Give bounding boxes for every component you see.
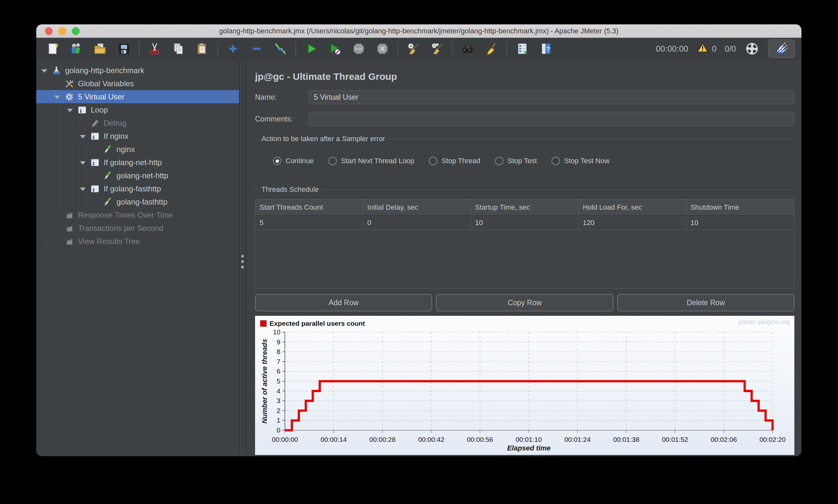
- svg-text:00:00:14: 00:00:14: [320, 436, 347, 443]
- start-icon[interactable]: [301, 40, 321, 57]
- radio-start-next-thread-loop[interactable]: Start Next Thread Loop: [329, 157, 414, 165]
- search-reset-icon[interactable]: [481, 40, 502, 57]
- tree-item-label: Response Times Over Time: [78, 211, 173, 220]
- sampler-icon: [103, 145, 112, 154]
- tree-item-nginx[interactable]: nginx: [36, 143, 239, 156]
- log-errors-indicator[interactable]: 0: [697, 42, 716, 56]
- jmeter-logo-button[interactable]: [768, 39, 795, 58]
- tree-item-transactions-per-second[interactable]: Transactions per Second: [36, 221, 239, 235]
- radio-label: Stop Test Now: [564, 157, 609, 165]
- tree-item-golang-http-benchmark[interactable]: golang-http-benchmark: [36, 64, 239, 77]
- threads-preview-chart: Expected parallel users count jmeter-plu…: [255, 316, 795, 455]
- tree-item-if-golang-fasthttp[interactable]: If golang-fasthttp: [36, 182, 239, 195]
- radio-unselected-icon: [329, 157, 337, 165]
- save-icon[interactable]: [114, 40, 134, 57]
- paste-icon[interactable]: [192, 40, 212, 57]
- radio-stop-test[interactable]: Stop Test: [495, 157, 537, 165]
- tree-item-label: Global Variables: [78, 79, 134, 88]
- sampler-icon: [103, 171, 112, 180]
- warning-count: 0: [712, 44, 716, 54]
- templates-icon[interactable]: [66, 40, 87, 57]
- controller-icon: [90, 184, 100, 193]
- tree-item-label: If golang-net-http: [104, 158, 162, 167]
- expander-arrow-icon[interactable]: [78, 186, 87, 191]
- column-header-shutdown-time[interactable]: Shutdown Time: [686, 199, 794, 215]
- open-file-icon[interactable]: [90, 40, 110, 57]
- comments-input[interactable]: [309, 112, 795, 126]
- svg-text:2: 2: [277, 407, 280, 414]
- column-header-initial-delay-sec[interactable]: Initial Delay, sec: [363, 199, 471, 215]
- expander-arrow-icon[interactable]: [66, 108, 74, 112]
- search-icon[interactable]: [457, 40, 478, 57]
- toggle-icon[interactable]: [270, 40, 291, 57]
- tree-item-golang-fasthttp[interactable]: golang-fasthttp: [36, 195, 239, 209]
- cut-icon[interactable]: [144, 40, 165, 57]
- svg-text:?: ?: [546, 45, 550, 53]
- expander-arrow-icon[interactable]: [78, 160, 87, 165]
- start-no-timers-icon[interactable]: [325, 40, 345, 57]
- help-icon[interactable]: ?: [536, 40, 556, 57]
- delete-row-button[interactable]: Delete Row: [617, 294, 795, 311]
- radio-unselected-icon: [552, 157, 560, 165]
- radio-label: Stop Test: [508, 157, 537, 165]
- copy-icon[interactable]: [168, 40, 189, 57]
- tree-item-response-times-over-time[interactable]: Response Times Over Time: [36, 209, 239, 221]
- thread-gear-icon: [65, 92, 74, 101]
- splitter-handle[interactable]: [239, 60, 246, 456]
- legend-swatch: [260, 320, 267, 327]
- radio-stop-thread[interactable]: Stop Thread: [429, 157, 480, 165]
- tree-item-if-nginx[interactable]: If nginx: [36, 129, 239, 143]
- svg-text:00:00:00: 00:00:00: [272, 436, 298, 443]
- name-label: Name:: [255, 93, 309, 102]
- svg-text:00:00:28: 00:00:28: [369, 436, 396, 443]
- zoom-button[interactable]: [72, 27, 80, 35]
- add-icon[interactable]: [223, 40, 243, 57]
- stop-icon[interactable]: STOP: [348, 40, 369, 57]
- shutdown-icon[interactable]: [372, 40, 393, 57]
- new-file-icon[interactable]: [42, 40, 63, 57]
- tree-item-label: View Results Tree: [78, 237, 140, 246]
- test-plan-tree: golang-http-benchmarkGlobal Variables5 V…: [36, 60, 239, 456]
- name-input[interactable]: [309, 90, 795, 104]
- minimize-button[interactable]: [58, 27, 66, 35]
- column-header-hold-load-for-sec[interactable]: Hold Load For, sec: [578, 199, 686, 215]
- radio-stop-test-now[interactable]: Stop Test Now: [552, 157, 609, 165]
- cell-hold-load-for-sec[interactable]: 120: [578, 215, 686, 230]
- cell-startup-time-sec[interactable]: 10: [471, 215, 579, 230]
- tree-item-if-golang-net-http[interactable]: If golang-net-http: [36, 156, 239, 169]
- remove-icon[interactable]: [246, 40, 267, 57]
- tree-item-view-results-tree[interactable]: View Results Tree: [36, 235, 239, 248]
- radio-label: Stop Thread: [441, 157, 480, 165]
- cell-start-threads-count[interactable]: 5: [256, 215, 363, 230]
- copy-row-button[interactable]: Copy Row: [436, 294, 613, 311]
- svg-text:7: 7: [277, 358, 280, 365]
- tree-item-loop[interactable]: Loop: [36, 103, 239, 116]
- chart-watermark: jmeter-plugins.org: [738, 318, 790, 326]
- column-header-startup-time-sec[interactable]: Startup Time, sec: [471, 199, 579, 215]
- tree-item-golang-net-http[interactable]: golang-net-http: [36, 169, 239, 182]
- radio-unselected-icon: [429, 157, 437, 165]
- function-helper-icon[interactable]: [512, 40, 533, 57]
- toolbar-status-cluster: 00:00:00 0 0/0: [656, 39, 796, 58]
- clear-all-icon[interactable]: [427, 40, 447, 57]
- threads-schedule-fieldset-title: Threads Schedule: [255, 185, 795, 194]
- tree-item-debug[interactable]: Debug: [36, 116, 239, 129]
- tree-item-5-virtual-user[interactable]: 5 Virtual User: [36, 90, 239, 103]
- cell-shutdown-time[interactable]: 10: [686, 215, 794, 230]
- cell-initial-delay-sec[interactable]: 0: [363, 215, 471, 230]
- close-button[interactable]: [45, 27, 53, 35]
- clear-icon[interactable]: [403, 40, 423, 57]
- expander-arrow-icon[interactable]: [40, 68, 49, 73]
- column-header-start-threads-count[interactable]: Start Threads Count: [256, 199, 363, 215]
- radio-continue[interactable]: Continue: [273, 157, 314, 165]
- expander-arrow-icon[interactable]: [53, 94, 61, 99]
- pencil-icon: [90, 119, 100, 128]
- toolbar-separator: [452, 41, 453, 56]
- chart-x-axis-title: Elapsed time: [507, 444, 551, 452]
- svg-text:3: 3: [277, 397, 280, 404]
- expander-arrow-icon[interactable]: [78, 134, 87, 139]
- tree-item-global-variables[interactable]: Global Variables: [36, 77, 239, 90]
- threads-schedule-table: Start Threads CountInitial Delay, secSta…: [255, 199, 795, 289]
- add-row-button[interactable]: Add Row: [255, 294, 432, 311]
- radio-selected-icon: [273, 157, 281, 165]
